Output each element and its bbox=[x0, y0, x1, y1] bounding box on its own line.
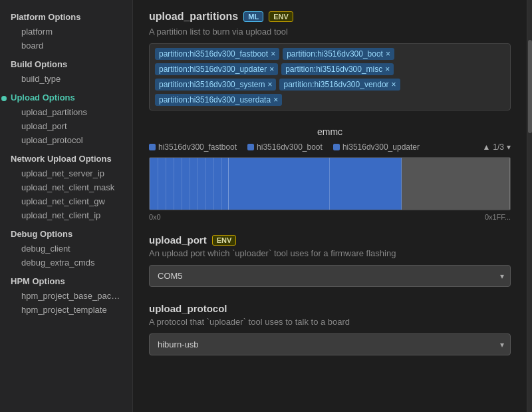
sidebar-section-title-platform-options[interactable]: Platform Options bbox=[0, 5, 132, 25]
tag-4: partition:hi3516dv300_system× bbox=[155, 79, 276, 91]
chart-nav-up[interactable]: ▲ bbox=[482, 142, 490, 152]
badge-ml: ML bbox=[243, 11, 263, 22]
sidebar-item-upload_net_server_ip[interactable]: upload_net_server_ip bbox=[0, 166, 132, 180]
main-content: upload_partitionsMLENVA partition list t… bbox=[133, 0, 527, 412]
sidebar-item-hpm_project_template[interactable]: hpm_project_template bbox=[0, 303, 132, 317]
upload-port-badge-env: ENV bbox=[212, 235, 237, 246]
sidebar-item-debug_extra_cmds[interactable]: debug_extra_cmds bbox=[0, 256, 132, 270]
legend-item-2: hi3516dv300_updater bbox=[333, 142, 420, 152]
tag-close-2[interactable]: × bbox=[269, 65, 274, 73]
chart-bar-2 bbox=[330, 158, 402, 210]
chart-title: emmc bbox=[149, 126, 511, 137]
sidebar-section-title-upload-options[interactable]: Upload Options bbox=[0, 86, 132, 105]
chart-nav-down[interactable]: ▾ bbox=[507, 142, 511, 152]
scrollbar-track[interactable] bbox=[527, 0, 532, 412]
legend-label-0: hi3516dv300_fastboot bbox=[158, 142, 237, 152]
sidebar-section-hpm-options: HPM Optionshpm_project_base_packa...hpm_… bbox=[0, 270, 132, 317]
legend-label-2: hi3516dv300_updater bbox=[342, 142, 420, 152]
upload-port-title-row: upload_portENV bbox=[149, 234, 511, 246]
sidebar-section-title-network-upload-options[interactable]: Network Upload Options bbox=[0, 147, 132, 166]
sidebar-item-hpm_project_base_packa[interactable]: hpm_project_base_packa... bbox=[0, 289, 132, 303]
upload-protocol-title-row: upload_protocol bbox=[149, 303, 511, 314]
tag-0: partition:hi3516dv300_fastboot× bbox=[155, 48, 279, 60]
tag-6: partition:hi3516dv300_userdata× bbox=[155, 94, 282, 106]
chart-label-end: 0x1FF... bbox=[485, 213, 511, 221]
upload-protocol-section: upload_protocolA protocol that `uploader… bbox=[149, 303, 511, 355]
tag-close-4[interactable]: × bbox=[267, 81, 272, 89]
tag-3: partition:hi3516dv300_misc× bbox=[281, 63, 394, 75]
upload-protocol-select[interactable]: hiburn-usbhiburn-netcustom bbox=[149, 333, 511, 355]
sidebar-item-build_type[interactable]: build_type bbox=[0, 72, 132, 86]
sidebar-item-upload_net_client_mask[interactable]: upload_net_client_mask bbox=[0, 180, 132, 194]
chart-bar-0 bbox=[150, 158, 229, 210]
legend-dot-0 bbox=[149, 144, 156, 150]
sidebar-section-debug-options: Debug Optionsdebug_clientdebug_extra_cmd… bbox=[0, 222, 132, 270]
upload-partitions-title-row: upload_partitionsMLENV bbox=[149, 11, 511, 23]
upload-partitions-desc: A partition list to burn via upload tool bbox=[149, 27, 511, 37]
sidebar-section-upload-options: Upload Optionsupload_partitionsupload_po… bbox=[0, 86, 132, 147]
sidebar-section-build-options: Build Optionsbuild_type bbox=[0, 53, 132, 86]
legend-item-0: hi3516dv300_fastboot bbox=[149, 142, 237, 152]
chart-bar-3 bbox=[402, 158, 510, 210]
tag-close-6[interactable]: × bbox=[273, 96, 278, 104]
upload-partitions-name: upload_partitions bbox=[149, 11, 238, 23]
sidebar-item-upload_net_client_ip[interactable]: upload_net_client_ip bbox=[0, 208, 132, 222]
legend-label-1: hi3516dv300_boot bbox=[257, 142, 323, 152]
upload-partitions-section: upload_partitionsMLENVA partition list t… bbox=[149, 11, 511, 110]
chart-label-start: 0x0 bbox=[149, 213, 161, 221]
chart-nav: ▲1/3▾ bbox=[482, 142, 511, 152]
chart-bar-1 bbox=[229, 158, 330, 210]
upload-port-desc: An upload port which `uploader` tool use… bbox=[149, 248, 511, 258]
tag-close-0[interactable]: × bbox=[271, 50, 275, 58]
sidebar-item-debug_client[interactable]: debug_client bbox=[0, 242, 132, 256]
chart-bar-container bbox=[149, 157, 511, 210]
chart-pagination: 1/3 bbox=[493, 142, 504, 152]
tag-close-1[interactable]: × bbox=[386, 50, 390, 58]
tag-close-3[interactable]: × bbox=[385, 65, 390, 73]
chart-legend: hi3516dv300_fastboothi3516dv300_boothi35… bbox=[149, 142, 511, 152]
tag-1: partition:hi3516dv300_boot× bbox=[283, 48, 394, 60]
sidebar-item-board[interactable]: board bbox=[0, 39, 132, 53]
sidebar-item-upload_protocol[interactable]: upload_protocol bbox=[0, 133, 132, 147]
sidebar-item-upload_partitions[interactable]: upload_partitions bbox=[0, 105, 132, 119]
sidebar-section-title-build-options[interactable]: Build Options bbox=[0, 53, 132, 72]
tag-close-5[interactable]: × bbox=[392, 81, 396, 89]
tag-text-6: partition:hi3516dv300_userdata bbox=[159, 95, 271, 104]
upload-protocol-name: upload_protocol bbox=[149, 303, 227, 314]
legend-item-1: hi3516dv300_boot bbox=[247, 142, 323, 152]
sidebar-item-upload_port[interactable]: upload_port bbox=[0, 119, 132, 133]
tag-text-4: partition:hi3516dv300_system bbox=[159, 80, 265, 89]
badge-env: ENV bbox=[269, 11, 293, 22]
sidebar-item-platform[interactable]: platform bbox=[0, 25, 132, 39]
sidebar: Platform OptionsplatformboardBuild Optio… bbox=[0, 0, 133, 412]
tag-2: partition:hi3516dv300_updater× bbox=[155, 63, 278, 75]
sidebar-section-title-hpm-options[interactable]: HPM Options bbox=[0, 270, 132, 289]
upload-port-section: upload_portENVAn upload port which `uplo… bbox=[149, 234, 511, 287]
legend-dot-1 bbox=[247, 144, 254, 150]
active-dot bbox=[1, 96, 7, 101]
legend-dot-2 bbox=[333, 144, 340, 150]
upload-port-name: upload_port bbox=[149, 234, 207, 246]
tag-input-area: partition:hi3516dv300_fastboot×partition… bbox=[149, 43, 511, 110]
scrollbar-thumb[interactable] bbox=[528, 40, 532, 133]
tag-5: partition:hi3516dv300_vendor× bbox=[279, 79, 400, 91]
upload-port-select[interactable]: COM5COM3COM4COM6 bbox=[149, 265, 511, 287]
chart-section: emmchi3516dv300_fastboothi3516dv300_boot… bbox=[149, 126, 511, 221]
sidebar-item-upload_net_client_gw[interactable]: upload_net_client_gw bbox=[0, 194, 132, 208]
tag-text-1: partition:hi3516dv300_boot bbox=[287, 49, 383, 59]
sidebar-section-platform-options: Platform Optionsplatformboard bbox=[0, 5, 132, 53]
tag-text-0: partition:hi3516dv300_fastboot bbox=[159, 49, 268, 59]
sidebar-section-title-debug-options[interactable]: Debug Options bbox=[0, 222, 132, 242]
chart-labels: 0x00x1FF... bbox=[149, 213, 511, 221]
upload-protocol-desc: A protocol that `uploader` tool uses to … bbox=[149, 317, 511, 327]
tag-text-5: partition:hi3516dv300_vendor bbox=[283, 80, 388, 89]
sidebar-section-network-upload-options: Network Upload Optionsupload_net_server_… bbox=[0, 147, 132, 222]
tag-text-2: partition:hi3516dv300_updater bbox=[159, 65, 267, 74]
tag-text-3: partition:hi3516dv300_misc bbox=[285, 65, 382, 74]
upload-port-select-wrapper: COM5COM3COM4COM6▾ bbox=[149, 265, 511, 287]
upload-protocol-select-wrapper: hiburn-usbhiburn-netcustom▾ bbox=[149, 333, 511, 355]
